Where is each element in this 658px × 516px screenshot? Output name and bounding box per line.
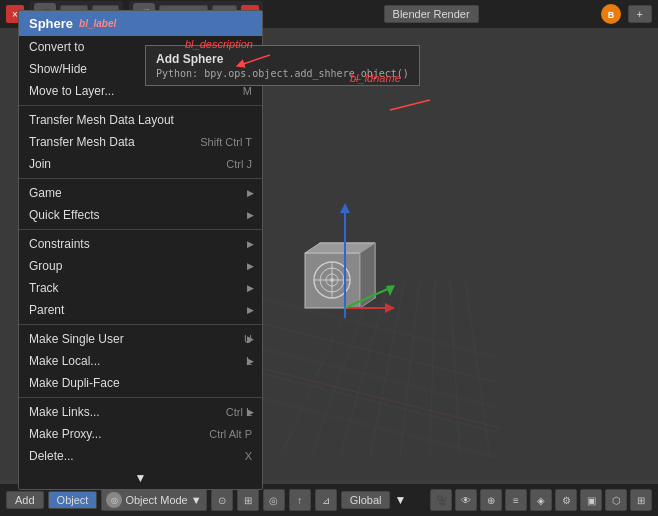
- menu-sphere-label: Sphere: [29, 16, 73, 31]
- engine-selector[interactable]: Blender Render: [384, 5, 479, 23]
- menu-item-shortcut-transfer_mesh: Shift Ctrl T: [200, 136, 252, 148]
- icon-render[interactable]: 🎥: [430, 489, 452, 511]
- menu-item-label-join: Join: [29, 157, 216, 171]
- menu-item-label-transfer_mesh: Transfer Mesh Data: [29, 135, 190, 149]
- menu-separator: [19, 397, 262, 398]
- menu-item-parent[interactable]: Parent: [19, 299, 262, 321]
- menu-item-label-move_layer: Move to Layer...: [29, 84, 233, 98]
- menu-item-label-make_local: Make Local...: [29, 354, 236, 368]
- menu-separator: [19, 178, 262, 179]
- transform-btn[interactable]: ↑: [289, 489, 311, 511]
- icon-expand[interactable]: ⊞: [630, 489, 652, 511]
- icon-settings6[interactable]: ⬡: [605, 489, 627, 511]
- menu-item-label-make_dupli: Make Dupli-Face: [29, 376, 252, 390]
- menu-items-container: Convert toShow/HideMove to Layer...MTran…: [19, 36, 262, 467]
- menu-item-group[interactable]: Group: [19, 255, 262, 277]
- menu-separator: [19, 229, 262, 230]
- menu-item-label-game: Game: [29, 186, 252, 200]
- menu-item-shortcut-delete: X: [245, 450, 252, 462]
- menu-item-join[interactable]: JoinCtrl J: [19, 153, 262, 175]
- menu-item-make_links[interactable]: Make Links...Ctrl L: [19, 401, 262, 423]
- menu-item-shortcut-single_user: U: [244, 333, 252, 345]
- menu-item-label-make_links: Make Links...: [29, 405, 216, 419]
- menu-item-label-single_user: Make Single User: [29, 332, 234, 346]
- menu-item-label-track: Track: [29, 281, 252, 295]
- menu-item-transfer_mesh[interactable]: Transfer Mesh DataShift Ctrl T: [19, 131, 262, 153]
- icon-settings4[interactable]: ⚙: [555, 489, 577, 511]
- menu-item-transfer_layout[interactable]: Transfer Mesh Data Layout: [19, 109, 262, 131]
- menu-item-make_local[interactable]: Make Local...L: [19, 350, 262, 372]
- menu-title: Sphere bl_label: [19, 11, 262, 36]
- menu-item-shortcut-join: Ctrl J: [226, 158, 252, 170]
- menu-item-label-transfer_layout: Transfer Mesh Data Layout: [29, 113, 252, 127]
- bottom-right-icons: 🎥 👁 ⊕ ≡ ◈ ⚙ ▣ ⬡ ⊞: [430, 489, 652, 511]
- menu-item-label-parent: Parent: [29, 303, 252, 317]
- menu-item-constraints[interactable]: Constraints: [19, 233, 262, 255]
- icon-settings2[interactable]: ≡: [505, 489, 527, 511]
- add-section-btn[interactable]: +: [628, 5, 652, 23]
- tooltip-title: Add Sphere: [156, 52, 409, 66]
- menu-scroll-arrow[interactable]: ▼: [19, 467, 262, 489]
- menu-item-shortcut-make_links: Ctrl L: [226, 406, 252, 418]
- mode-icon: ◎: [106, 492, 122, 508]
- menu-item-label-make_proxy: Make Proxy...: [29, 427, 199, 441]
- menu-item-shortcut-move_layer: M: [243, 85, 252, 97]
- orientation-icons[interactable]: ⊿: [315, 489, 337, 511]
- menu-item-make_dupli[interactable]: Make Dupli-Face: [19, 372, 262, 394]
- menu-item-game[interactable]: Game: [19, 182, 262, 204]
- menu-item-label-delete: Delete...: [29, 449, 235, 463]
- pivot-btn[interactable]: ⊙: [211, 489, 233, 511]
- snap-btn[interactable]: ⊞: [237, 489, 259, 511]
- menu-item-shortcut-make_local: L: [246, 355, 252, 367]
- blender-logo: B: [600, 3, 622, 25]
- bl-idname-annotation: bl_idname: [350, 72, 401, 84]
- mode-selector[interactable]: ◎ Object Mode ▼: [101, 489, 206, 511]
- menu-item-track[interactable]: Track: [19, 277, 262, 299]
- menu-item-make_proxy[interactable]: Make Proxy...Ctrl Alt P: [19, 423, 262, 445]
- menu-item-label-constraints: Constraints: [29, 237, 252, 251]
- menu-item-shortcut-make_proxy: Ctrl Alt P: [209, 428, 252, 440]
- object-button[interactable]: Object: [48, 491, 98, 509]
- menu-item-quick_effects[interactable]: Quick Effects: [19, 204, 262, 226]
- proportional-btn[interactable]: ◎: [263, 489, 285, 511]
- menu-title-annotation: bl_label: [79, 18, 116, 29]
- menu-item-label-quick_effects: Quick Effects: [29, 208, 252, 222]
- menu-separator: [19, 324, 262, 325]
- menu-item-single_user[interactable]: Make Single UserU: [19, 328, 262, 350]
- icon-settings5[interactable]: ▣: [580, 489, 602, 511]
- menu-separator: [19, 105, 262, 106]
- svg-text:B: B: [607, 10, 614, 20]
- icon-settings1[interactable]: ⊕: [480, 489, 502, 511]
- icon-settings3[interactable]: ◈: [530, 489, 552, 511]
- icon-view[interactable]: 👁: [455, 489, 477, 511]
- add-button[interactable]: Add: [6, 491, 44, 509]
- bl-description-annotation: bl_description: [185, 38, 253, 50]
- global-selector[interactable]: Global: [341, 491, 391, 509]
- menu-item-delete[interactable]: Delete...X: [19, 445, 262, 467]
- menu-item-label-group: Group: [29, 259, 252, 273]
